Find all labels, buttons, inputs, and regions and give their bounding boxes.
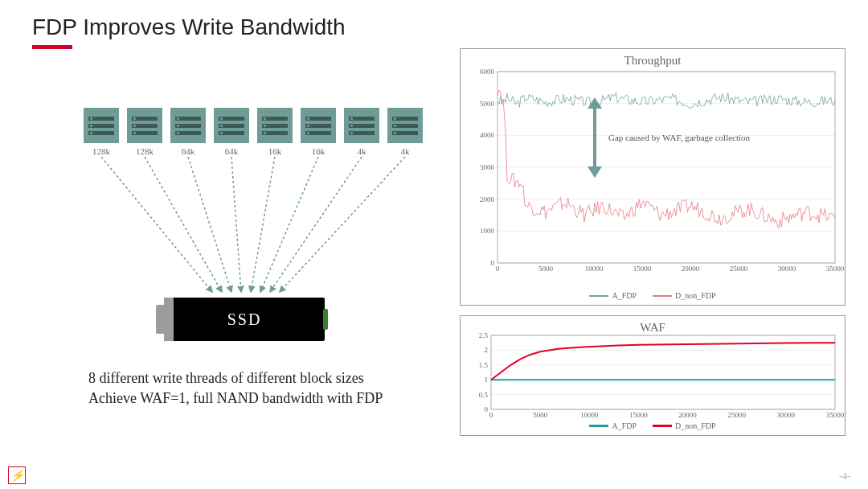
svg-line-0 (101, 157, 212, 292)
server-5: 16k (301, 108, 336, 156)
svg-text:5000: 5000 (480, 100, 495, 108)
legend-a-fdp: A_FDP (612, 291, 637, 300)
svg-rect-51 (491, 335, 835, 409)
waf-title: WAF (461, 321, 845, 335)
slide-title: FDP Improves Write Bandwidth (32, 14, 346, 40)
svg-text:1: 1 (485, 376, 489, 384)
server-0: 128k (84, 108, 119, 156)
server-2: 64k (170, 108, 206, 156)
svg-text:2: 2 (485, 346, 489, 354)
throughput-legend: A_FDP D_non_FDP (461, 291, 845, 300)
svg-text:2.5: 2.5 (479, 331, 489, 339)
server-icon (214, 108, 249, 143)
svg-text:5000: 5000 (533, 411, 548, 419)
svg-line-6 (270, 157, 362, 292)
waf-chart: WAF 00.511.522.5050001000015000200002500… (460, 315, 845, 436)
brand-logo-icon: ⚡ (8, 466, 26, 484)
server-label: 128k (136, 146, 154, 156)
server-1: 128k (127, 108, 162, 156)
svg-text:0: 0 (489, 411, 493, 419)
gap-annotation-text: Gap caused by WAF, garbage collection (608, 133, 750, 142)
ssd-connector-left (156, 305, 164, 334)
svg-text:6000: 6000 (480, 68, 495, 76)
legend-waf-d-non-fdp: D_non_FDP (675, 421, 716, 430)
svg-line-7 (280, 157, 405, 292)
server-label: 4k (401, 146, 410, 156)
server-label: 4k (358, 146, 366, 156)
server-icon (301, 108, 336, 143)
double-arrow-icon (588, 97, 602, 178)
waf-plot: 00.511.522.50500010000150002000025000300… (491, 335, 835, 409)
gap-annotation: Gap caused by WAF, garbage collection (588, 97, 750, 178)
title-accent (32, 45, 72, 49)
caption: 8 different write threads of different b… (88, 368, 383, 409)
server-7: 4k (387, 108, 423, 156)
server-label: 128k (92, 146, 110, 156)
svg-text:1000: 1000 (480, 227, 495, 235)
svg-text:35000: 35000 (826, 265, 845, 273)
svg-text:3000: 3000 (480, 163, 495, 171)
ssd-block: SSD (164, 298, 325, 341)
svg-text:0.5: 0.5 (479, 391, 489, 399)
svg-text:4000: 4000 (480, 131, 495, 139)
svg-text:1.5: 1.5 (479, 361, 489, 369)
svg-line-4 (251, 157, 275, 292)
svg-text:0: 0 (485, 405, 489, 413)
server-icon (257, 108, 293, 143)
svg-text:0: 0 (496, 265, 500, 273)
svg-text:25000: 25000 (730, 265, 748, 273)
svg-text:20000: 20000 (678, 411, 697, 419)
throughput-chart: Throughput 01000200030004000500060000500… (460, 48, 845, 306)
svg-text:20000: 20000 (682, 265, 700, 273)
svg-text:10000: 10000 (585, 265, 604, 273)
server-6: 4k (344, 108, 379, 156)
svg-line-5 (260, 157, 318, 292)
ssd-connector-right (323, 309, 328, 330)
svg-line-3 (231, 157, 241, 292)
svg-text:30000: 30000 (778, 265, 796, 273)
server-label: 16k (268, 146, 282, 156)
svg-text:15000: 15000 (629, 411, 648, 419)
svg-text:5000: 5000 (538, 265, 554, 273)
svg-text:2000: 2000 (480, 195, 495, 203)
server-row: 128k128k64k64k16k16k4k4k (84, 108, 423, 156)
server-label: 64k (225, 146, 239, 156)
server-label: 64k (182, 146, 195, 156)
legend-d-non-fdp: D_non_FDP (675, 291, 716, 300)
throughput-title: Throughput (461, 54, 845, 68)
server-label: 16k (312, 146, 326, 156)
waf-legend: A_FDP D_non_FDP (461, 421, 845, 430)
svg-text:10000: 10000 (580, 411, 599, 419)
server-icon (387, 108, 423, 143)
svg-text:0: 0 (491, 259, 495, 267)
svg-text:30000: 30000 (777, 411, 796, 419)
svg-text:15000: 15000 (633, 265, 652, 273)
caption-line-1: 8 different write threads of different b… (88, 368, 383, 388)
page-number: -4- (839, 471, 850, 483)
ssd-label: SSD (164, 310, 325, 329)
server-icon (170, 108, 206, 143)
server-icon (84, 108, 119, 143)
server-icon (344, 108, 379, 143)
server-3: 64k (214, 108, 249, 156)
server-4: 16k (257, 108, 293, 156)
svg-text:35000: 35000 (826, 411, 845, 419)
server-icon (127, 108, 162, 143)
caption-line-2: Achieve WAF=1, full NAND bandwidth with … (88, 388, 383, 409)
legend-waf-a-fdp: A_FDP (612, 421, 637, 430)
arrows-to-ssd (84, 157, 429, 300)
svg-text:25000: 25000 (727, 411, 746, 419)
